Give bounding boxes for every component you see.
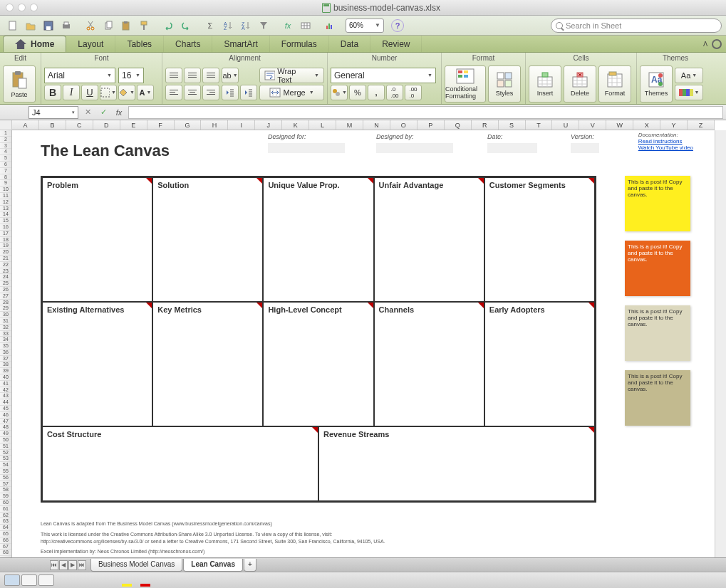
tab-layout[interactable]: Layout	[66, 36, 115, 52]
row-header-23[interactable]: 23	[0, 268, 11, 275]
col-header-V[interactable]: V	[579, 120, 606, 130]
doc-link-instructions[interactable]: Read instructions	[638, 138, 693, 145]
italic-button[interactable]: I	[63, 85, 80, 100]
col-header-J[interactable]: J	[255, 120, 282, 130]
font-name-select[interactable]: Arial▼	[44, 68, 115, 83]
row-header-65[interactable]: 65	[0, 531, 11, 537]
tab-tables[interactable]: Tables	[115, 36, 164, 52]
row-header-58[interactable]: 58	[0, 487, 11, 493]
row-header-6[interactable]: 6	[0, 162, 11, 168]
col-header-M[interactable]: M	[336, 120, 363, 130]
delete-button[interactable]: Delete	[564, 65, 596, 103]
row-header-15[interactable]: 15	[0, 218, 11, 224]
col-header-C[interactable]: C	[66, 120, 93, 130]
orientation-button[interactable]: ab▼	[222, 68, 239, 83]
col-header-T[interactable]: T	[526, 120, 553, 130]
row-header-53[interactable]: 53	[0, 456, 11, 462]
row-header-8[interactable]: 8	[0, 174, 11, 181]
view-normal-button[interactable]	[4, 574, 20, 586]
doc-link-video[interactable]: Watch YouTube video	[638, 145, 693, 151]
name-box[interactable]: J4▾	[28, 106, 78, 119]
select-all-corner[interactable]	[0, 120, 12, 130]
row-header-35[interactable]: 35	[0, 343, 11, 350]
theme-fonts-button[interactable]: Aa▼	[675, 68, 703, 83]
row-header-47[interactable]: 47	[0, 419, 11, 425]
row-header-46[interactable]: 46	[0, 412, 11, 419]
increase-decimal-button[interactable]: .00.0	[405, 85, 422, 100]
sheet-tab-lean[interactable]: Lean Canvas	[183, 559, 243, 572]
insert-button[interactable]: Insert	[529, 65, 561, 103]
save-icon[interactable]	[40, 18, 57, 33]
col-header-U[interactable]: U	[552, 120, 579, 130]
meta-box-date[interactable]	[487, 143, 537, 153]
border-button[interactable]: ▼	[100, 85, 117, 100]
postit-tan1[interactable]: This is a post it! Copy and paste it to …	[625, 305, 690, 361]
col-header-K[interactable]: K	[282, 120, 309, 130]
row-header-3[interactable]: 3	[0, 143, 11, 149]
col-header-O[interactable]: O	[390, 120, 418, 130]
col-header-F[interactable]: F	[147, 120, 175, 130]
cell-revenue[interactable]: Revenue Streams	[318, 426, 595, 501]
row-header-57[interactable]: 57	[0, 481, 11, 488]
sheet-content[interactable]: The Lean Canvas Designed for: Designed b…	[12, 130, 715, 557]
row-header-50[interactable]: 50	[0, 437, 11, 443]
row-header-28[interactable]: 28	[0, 300, 11, 306]
cell-solution[interactable]: Solution	[152, 177, 263, 302]
view-page-layout-button[interactable]	[21, 574, 37, 586]
row-header-44[interactable]: 44	[0, 399, 11, 406]
sheet-nav-prev[interactable]: ◀	[59, 560, 68, 570]
col-header-H[interactable]: H	[201, 120, 228, 130]
cell-alternatives[interactable]: Existing Alternatives	[42, 302, 152, 426]
tab-home[interactable]: Home	[3, 36, 66, 52]
meta-box-designed-by[interactable]	[376, 143, 453, 153]
undo-icon[interactable]	[160, 18, 177, 33]
wrap-text-button[interactable]: Wrap Text▼	[259, 68, 324, 83]
postit-orange[interactable]: This is a post it! Copy and paste it to …	[625, 241, 690, 296]
row-header-42[interactable]: 42	[0, 387, 11, 394]
col-header-L[interactable]: L	[309, 120, 336, 130]
print-icon[interactable]	[58, 18, 75, 33]
col-header-R[interactable]: R	[472, 120, 499, 130]
cell-concept[interactable]: High-Level Concept	[263, 302, 373, 426]
row-header-7[interactable]: 7	[0, 168, 11, 174]
cancel-formula-icon[interactable]: ✕	[81, 106, 94, 119]
row-header-61[interactable]: 61	[0, 506, 11, 513]
cut-icon[interactable]	[82, 18, 99, 33]
cell-segments[interactable]: Customer Segments	[484, 177, 595, 302]
row-header-55[interactable]: 55	[0, 468, 11, 475]
postit-yellow[interactable]: This is a post it! Copy and paste it to …	[625, 176, 690, 231]
row-header-11[interactable]: 11	[0, 193, 11, 199]
postit-tan2[interactable]: This is a post it! Copy and paste it to …	[625, 370, 690, 426]
open-file-icon[interactable]	[22, 18, 39, 33]
bold-button[interactable]: B	[44, 85, 61, 100]
row-header-22[interactable]: 22	[0, 262, 11, 268]
tab-review[interactable]: Review	[370, 36, 422, 52]
indent-decrease-button[interactable]	[222, 85, 239, 100]
col-header-I[interactable]: I	[228, 120, 255, 130]
number-format-select[interactable]: General▼	[331, 68, 436, 83]
sort-desc-icon[interactable]: ZA	[237, 18, 254, 33]
vertical-scrollbar[interactable]	[715, 130, 726, 557]
decrease-decimal-button[interactable]: .0.00	[386, 85, 403, 100]
col-header-G[interactable]: G	[175, 120, 202, 130]
row-header-54[interactable]: 54	[0, 462, 11, 468]
row-header-10[interactable]: 10	[0, 187, 11, 193]
help-icon[interactable]: ?	[391, 19, 404, 32]
fx-button[interactable]: fx	[113, 106, 125, 119]
cell-uvp[interactable]: Unique Value Prop.	[263, 177, 373, 302]
close-window-button[interactable]	[6, 4, 14, 11]
align-right-button[interactable]	[202, 85, 219, 100]
row-header-9[interactable]: 9	[0, 180, 11, 187]
copy-icon[interactable]	[100, 18, 117, 33]
row-header-18[interactable]: 18	[0, 237, 11, 243]
zoom-window-button[interactable]	[30, 4, 38, 11]
row-header-25[interactable]: 25	[0, 280, 11, 287]
col-header-S[interactable]: S	[499, 120, 526, 130]
row-header-1[interactable]: 1	[0, 130, 11, 137]
row-header-40[interactable]: 40	[0, 374, 11, 381]
paste-button[interactable]: Paste	[3, 65, 36, 103]
cell-cost[interactable]: Cost Structure	[42, 426, 318, 501]
merge-button[interactable]: Merge▼	[259, 85, 324, 100]
percent-button[interactable]: %	[349, 85, 366, 100]
row-header-43[interactable]: 43	[0, 393, 11, 399]
